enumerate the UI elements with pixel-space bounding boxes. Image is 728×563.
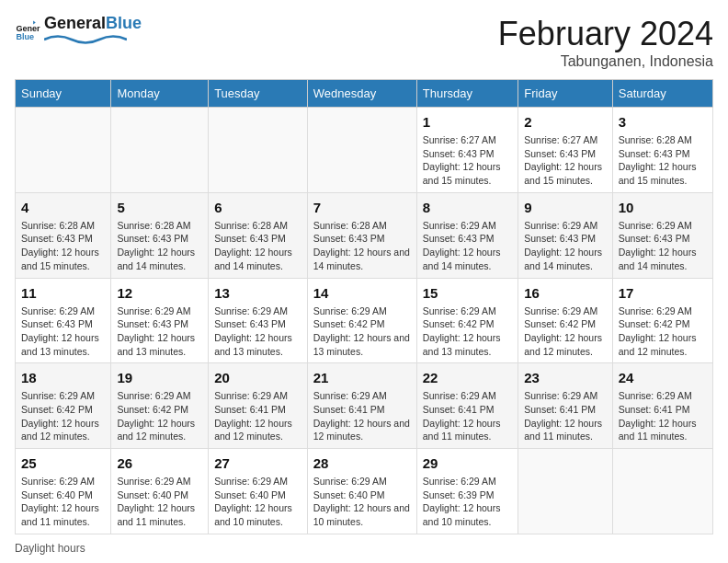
calendar-cell: 10Sunrise: 6:29 AM Sunset: 6:43 PM Dayli… [612,192,712,278]
calendar-cell: 15Sunrise: 6:29 AM Sunset: 6:42 PM Dayli… [416,278,518,363]
calendar-cell: 28Sunrise: 6:29 AM Sunset: 6:40 PM Dayli… [307,449,416,534]
calendar-cell: 18Sunrise: 6:29 AM Sunset: 6:42 PM Dayli… [16,363,111,449]
day-info: Sunrise: 6:29 AM Sunset: 6:39 PM Dayligh… [423,475,512,529]
header-thursday: Thursday [416,80,518,108]
logo-icon: General Blue [15,19,40,45]
header-monday: Monday [111,80,209,108]
day-number: 17 [619,283,707,303]
header-tuesday: Tuesday [209,80,308,108]
day-number: 2 [524,112,606,132]
calendar-cell: 11Sunrise: 6:29 AM Sunset: 6:43 PM Dayli… [16,278,111,363]
header-sunday: Sunday [16,80,111,108]
calendar-cell: 27Sunrise: 6:29 AM Sunset: 6:40 PM Dayli… [209,449,308,534]
page-header: General Blue GeneralBlue February 2024 T… [15,15,713,70]
calendar-cell: 4Sunrise: 6:28 AM Sunset: 6:43 PM Daylig… [16,192,111,278]
calendar-cell: 23Sunrise: 6:29 AM Sunset: 6:41 PM Dayli… [518,363,612,449]
day-info: Sunrise: 6:28 AM Sunset: 6:43 PM Dayligh… [313,219,411,273]
calendar-cell: 12Sunrise: 6:29 AM Sunset: 6:43 PM Dayli… [111,278,209,363]
calendar-cell: 25Sunrise: 6:29 AM Sunset: 6:40 PM Dayli… [16,449,111,534]
day-info: Sunrise: 6:28 AM Sunset: 6:43 PM Dayligh… [21,219,105,273]
logo-wave [44,33,127,46]
day-info: Sunrise: 6:29 AM Sunset: 6:43 PM Dayligh… [214,304,301,359]
calendar-week-2: 4Sunrise: 6:28 AM Sunset: 6:43 PM Daylig… [16,192,713,278]
day-info: Sunrise: 6:29 AM Sunset: 6:42 PM Dayligh… [313,304,411,359]
calendar-cell: 13Sunrise: 6:29 AM Sunset: 6:43 PM Dayli… [209,278,308,363]
day-number: 5 [117,198,202,217]
day-info: Sunrise: 6:29 AM Sunset: 6:43 PM Dayligh… [117,304,202,359]
calendar-cell: 26Sunrise: 6:29 AM Sunset: 6:40 PM Dayli… [111,449,209,534]
header-saturday: Saturday [612,80,712,108]
day-info: Sunrise: 6:28 AM Sunset: 6:43 PM Dayligh… [619,133,707,188]
day-number: 11 [21,283,105,303]
svg-text:General: General [16,23,40,32]
calendar-cell [518,449,612,534]
calendar-week-1: 1Sunrise: 6:27 AM Sunset: 6:43 PM Daylig… [16,108,713,193]
day-info: Sunrise: 6:29 AM Sunset: 6:41 PM Dayligh… [214,389,301,443]
day-info: Sunrise: 6:29 AM Sunset: 6:42 PM Dayligh… [423,304,512,359]
day-info: Sunrise: 6:29 AM Sunset: 6:42 PM Dayligh… [619,304,707,359]
day-number: 26 [117,454,202,473]
day-number: 15 [423,283,512,303]
day-number: 27 [214,454,301,473]
day-number: 9 [524,198,606,217]
calendar-table: SundayMondayTuesdayWednesdayThursdayFrid… [15,79,713,534]
day-number: 22 [423,368,512,387]
day-info: Sunrise: 6:29 AM Sunset: 6:41 PM Dayligh… [619,389,707,443]
day-number: 21 [313,368,411,387]
svg-text:Blue: Blue [16,32,34,41]
calendar-cell: 5Sunrise: 6:28 AM Sunset: 6:43 PM Daylig… [111,192,209,278]
logo: General Blue GeneralBlue [15,15,142,50]
day-info: Sunrise: 6:29 AM Sunset: 6:43 PM Dayligh… [619,219,707,273]
day-info: Sunrise: 6:28 AM Sunset: 6:43 PM Dayligh… [214,219,301,273]
calendar-header-row: SundayMondayTuesdayWednesdayThursdayFrid… [16,80,713,108]
calendar-cell: 1Sunrise: 6:27 AM Sunset: 6:43 PM Daylig… [416,108,518,193]
day-number: 29 [423,454,512,473]
calendar-week-4: 18Sunrise: 6:29 AM Sunset: 6:42 PM Dayli… [16,363,713,449]
calendar-cell [307,108,416,193]
calendar-cell [209,108,308,193]
day-number: 10 [619,198,707,217]
day-info: Sunrise: 6:29 AM Sunset: 6:43 PM Dayligh… [21,304,105,359]
calendar-cell: 17Sunrise: 6:29 AM Sunset: 6:42 PM Dayli… [612,278,712,363]
day-info: Sunrise: 6:29 AM Sunset: 6:41 PM Dayligh… [313,389,411,443]
header-friday: Friday [518,80,612,108]
calendar-cell [111,108,209,193]
calendar-cell [16,108,111,193]
calendar-cell: 14Sunrise: 6:29 AM Sunset: 6:42 PM Dayli… [307,278,416,363]
calendar-cell: 8Sunrise: 6:29 AM Sunset: 6:43 PM Daylig… [416,192,518,278]
day-info: Sunrise: 6:29 AM Sunset: 6:42 PM Dayligh… [21,389,105,443]
day-number: 7 [313,198,411,217]
calendar-cell: 21Sunrise: 6:29 AM Sunset: 6:41 PM Dayli… [307,363,416,449]
footer: Daylight hours [15,542,713,555]
day-number: 14 [313,283,411,303]
day-number: 13 [214,283,301,303]
calendar-cell: 20Sunrise: 6:29 AM Sunset: 6:41 PM Dayli… [209,363,308,449]
day-number: 6 [214,198,301,217]
day-number: 18 [21,368,105,387]
day-info: Sunrise: 6:29 AM Sunset: 6:42 PM Dayligh… [117,389,202,443]
page-subtitle: Tabunganen, Indonesia [498,53,713,70]
calendar-cell: 2Sunrise: 6:27 AM Sunset: 6:43 PM Daylig… [518,108,612,193]
calendar-cell: 16Sunrise: 6:29 AM Sunset: 6:42 PM Dayli… [518,278,612,363]
day-info: Sunrise: 6:28 AM Sunset: 6:43 PM Dayligh… [117,219,202,273]
calendar-week-5: 25Sunrise: 6:29 AM Sunset: 6:40 PM Dayli… [16,449,713,534]
day-number: 12 [117,283,202,303]
day-info: Sunrise: 6:27 AM Sunset: 6:43 PM Dayligh… [524,133,606,188]
day-number: 20 [214,368,301,387]
title-block: February 2024 Tabunganen, Indonesia [498,15,713,70]
day-number: 25 [21,454,105,473]
day-info: Sunrise: 6:29 AM Sunset: 6:43 PM Dayligh… [423,219,512,273]
day-info: Sunrise: 6:29 AM Sunset: 6:40 PM Dayligh… [117,475,202,529]
day-number: 23 [524,368,606,387]
day-info: Sunrise: 6:29 AM Sunset: 6:41 PM Dayligh… [423,389,512,443]
day-info: Sunrise: 6:29 AM Sunset: 6:40 PM Dayligh… [214,475,301,529]
logo-general: General [44,14,106,32]
day-number: 24 [619,368,707,387]
day-number: 3 [619,112,707,132]
calendar-cell: 29Sunrise: 6:29 AM Sunset: 6:39 PM Dayli… [416,449,518,534]
calendar-cell: 7Sunrise: 6:28 AM Sunset: 6:43 PM Daylig… [307,192,416,278]
calendar-cell: 3Sunrise: 6:28 AM Sunset: 6:43 PM Daylig… [612,108,712,193]
day-number: 19 [117,368,202,387]
logo-blue: Blue [106,14,142,32]
day-info: Sunrise: 6:27 AM Sunset: 6:43 PM Dayligh… [423,133,512,188]
